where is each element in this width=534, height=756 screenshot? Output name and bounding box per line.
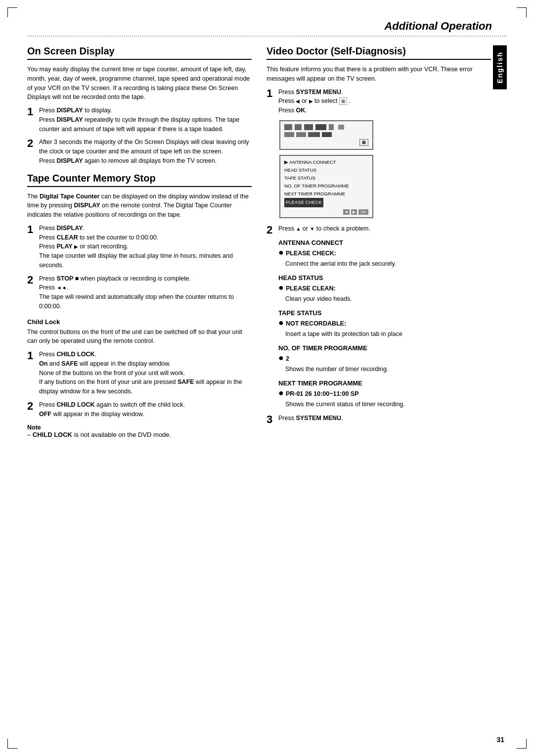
tape-counter-intro: The Digital Tape Counter can be displaye… (27, 192, 252, 220)
menu-item-1: ▶ ANTENNA CONNECT (284, 158, 368, 166)
corner-tl (7, 7, 17, 17)
on-screen-display-intro: You may easily display the current time … (27, 65, 252, 102)
vd-step3-content: Press SYSTEM MENU. (278, 414, 491, 423)
diag-timer-bullet: ● 2 (278, 354, 491, 364)
osd-step2-content: After 3 seconds the majority of the On S… (39, 138, 252, 165)
on-screen-display-section: On Screen Display You may easily display… (27, 46, 252, 166)
page-container: Additional Operation On Screen Display Y… (0, 0, 534, 756)
menu-item-highlight: PLEASE CHECK (284, 198, 323, 207)
tape-step2-content: Press STOP ■ when playback or recording … (39, 274, 252, 311)
diag-next-bullet: ● PR-01 26 10:00~11:00 SP (278, 389, 491, 399)
tape-counter-title: Tape Counter Memory Stop (27, 173, 252, 187)
tape-step1: 1 Press DISPLAY. Press CLEAR to set the … (27, 224, 252, 270)
diag-next-text: Shows the current status of timer record… (285, 400, 491, 409)
note-label: Note (27, 424, 41, 431)
tape-step2: 2 Press STOP ■ when playback or recordin… (27, 274, 252, 311)
title-divider (27, 36, 507, 37)
menu-list: ▶ ANTENNA CONNECT HEAD STATUS TAPE STATU… (284, 158, 368, 207)
diag-next-label: PR-01 26 10:00~11:00 SP (286, 389, 359, 399)
childlock-step2-number: 2 (27, 400, 36, 412)
screen-bottom-mockup: ▶ ANTENNA CONNECT HEAD STATUS TAPE STATU… (279, 155, 373, 218)
bullet-dot-2: ● (278, 283, 284, 292)
osd-step2-number: 2 (27, 138, 36, 149)
icon3 (304, 124, 313, 130)
diag-antenna-bullet: ● PLEASE CHECK: (278, 249, 491, 258)
icon1 (284, 124, 292, 130)
screen-mockups: ⊞ ▶ ANTENNA CONNECT HEAD STATUS TAPE STA… (279, 120, 491, 218)
main-content: On Screen Display You may easily display… (27, 46, 507, 438)
icon6 (338, 125, 344, 130)
vd-step3: 3 Press SYSTEM MENU. (267, 414, 491, 425)
vd-step2-number: 2 (267, 224, 275, 236)
page-number: 31 (496, 736, 504, 744)
diag-tape-heading: TAPE STATUS (278, 308, 491, 318)
diag-timer-label: 2 (286, 354, 289, 364)
menu-item-2: HEAD STATUS (284, 166, 368, 174)
selected-icon: ⊞ (359, 139, 368, 146)
child-lock-section: Child Lock The control buttons on the fr… (27, 318, 252, 439)
vd-step2: 2 Press or to check a problem. ANTENNA C… (267, 224, 491, 410)
icon2 (295, 124, 302, 130)
col-right-wrapper: English Video Doctor (Self-Diagnosis) Th… (267, 46, 507, 438)
diag-tape-bullet: ● NOT RECORDABLE: (278, 319, 491, 329)
video-doctor-section: Video Doctor (Self-Diagnosis) This featu… (267, 46, 491, 426)
screen-btn-2: ▶ (351, 209, 357, 215)
child-lock-intro: The control buttons on the front of the … (27, 328, 252, 346)
page-title: Additional Operation (27, 20, 507, 33)
icon7 (284, 132, 294, 137)
childlock-step1: 1 Press CHILD LOCK. On and SAFE will app… (27, 350, 252, 396)
english-sidebar-label: English (493, 46, 507, 90)
menu-item-3: TAPE STATUS (284, 174, 368, 182)
corner-br (517, 739, 527, 749)
icon10 (322, 132, 332, 137)
child-lock-note: Note – CHILD LOCK is not available on th… (27, 424, 252, 438)
col-left: On Screen Display You may easily display… (27, 46, 252, 438)
childlock-step1-number: 1 (27, 350, 36, 362)
note-text: – CHILD LOCK is not available on the DVD… (27, 431, 171, 438)
diag-next-heading: NEXT TIMER PROGRAMME (278, 378, 491, 388)
child-lock-title: Child Lock (27, 318, 252, 326)
bullet-dot-4: ● (278, 353, 284, 362)
diag-timer-text: Shows the number of timer recording. (285, 365, 491, 374)
vd-step2-content: Press or to check a problem. ANTENNA CON… (278, 224, 491, 410)
bullet-dot-1: ● (278, 248, 284, 257)
diag-head-bullet: ● PLEASE CLEAN: (278, 284, 491, 293)
diag-tape-text: Insert a tape with its protection tab in… (285, 330, 491, 339)
icon8 (296, 132, 306, 137)
diag-head-label: PLEASE CLEAN: (286, 284, 336, 293)
diag-antenna-text: Connect the aerial into the jack securel… (285, 259, 491, 269)
vd-step1-content: Press SYSTEM MENU. Press or to select ⊞ … (278, 88, 491, 115)
bullet-dot-3: ● (278, 318, 284, 327)
corner-bl (7, 739, 17, 749)
video-doctor-title: Video Doctor (Self-Diagnosis) (267, 46, 491, 60)
childlock-step2: 2 Press CHILD LOCK again to switch off t… (27, 400, 252, 419)
icon5 (329, 124, 334, 130)
icon9 (308, 132, 320, 137)
osd-step2: 2 After 3 seconds the majority of the On… (27, 138, 252, 165)
video-doctor-intro: This feature informs you that there is a… (267, 65, 491, 84)
menu-item-5: NEXT TIMER PROGRAMME (284, 190, 368, 198)
menu-item-4: NO. OF TIMER PROGRAMME (284, 182, 368, 190)
screen-btn-3: OK (358, 209, 368, 215)
bullet-dot-5: ● (278, 388, 284, 397)
tape-step1-number: 1 (27, 224, 36, 236)
osd-step1-number: 1 (27, 106, 36, 118)
tape-step2-number: 2 (27, 274, 36, 286)
icon4 (315, 124, 326, 130)
vd-step1-number: 1 (267, 88, 275, 99)
diag-head-heading: HEAD STATUS (278, 273, 491, 283)
diag-timer-heading: NO. OF TIMER PROGRAMME (278, 343, 491, 353)
childlock-step2-content: Press CHILD LOCK again to switch off the… (39, 400, 252, 419)
diag-tape-label: NOT RECORDABLE: (286, 319, 346, 329)
diag-antenna-heading: ANTENNA CONNECT (278, 238, 491, 248)
vd-step1: 1 Press SYSTEM MENU. Press or to select … (267, 88, 491, 115)
screen-buttons: ◄ ▶ OK (284, 209, 368, 215)
tape-step1-content: Press DISPLAY. Press CLEAR to set the co… (39, 224, 252, 270)
corner-tr (517, 7, 527, 17)
osd-step1-content: Press DISPLAY to display. Press DISPLAY … (39, 106, 252, 134)
diag-antenna-label: PLEASE CHECK: (286, 249, 336, 258)
on-screen-display-title: On Screen Display (27, 46, 252, 60)
diag-head-text: Clean your video heads. (285, 294, 491, 304)
childlock-step1-content: Press CHILD LOCK. On and SAFE will appea… (39, 350, 252, 396)
vd-step3-number: 3 (267, 414, 275, 425)
